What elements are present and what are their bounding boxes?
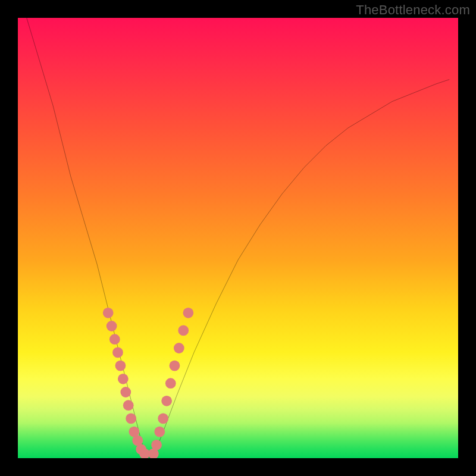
marker-dot xyxy=(120,387,131,397)
marker-dot xyxy=(183,308,194,318)
left-marker-dots xyxy=(103,308,150,458)
watermark-text: TheBottleneck.com xyxy=(356,2,470,18)
chart-frame: TheBottleneck.com xyxy=(0,0,476,476)
marker-dot xyxy=(123,400,134,411)
marker-dot xyxy=(115,361,126,371)
marker-dot xyxy=(161,396,172,406)
marker-dot xyxy=(154,427,165,437)
marker-dot xyxy=(165,378,176,389)
marker-dot xyxy=(178,325,189,336)
marker-dot xyxy=(151,440,162,450)
marker-dot xyxy=(174,343,184,353)
marker-dot xyxy=(158,414,168,424)
marker-dot xyxy=(170,361,180,371)
marker-dot xyxy=(118,374,129,384)
marker-dot xyxy=(103,308,114,318)
bottleneck-curve xyxy=(27,18,449,458)
marker-dot xyxy=(126,414,136,424)
curve-layer xyxy=(27,18,449,458)
curve-svg xyxy=(18,18,458,458)
marker-dot xyxy=(107,321,117,331)
marker-dot xyxy=(112,347,123,358)
marker-dot xyxy=(109,334,120,345)
right-marker-dots xyxy=(148,308,193,458)
plot-area xyxy=(18,18,458,458)
